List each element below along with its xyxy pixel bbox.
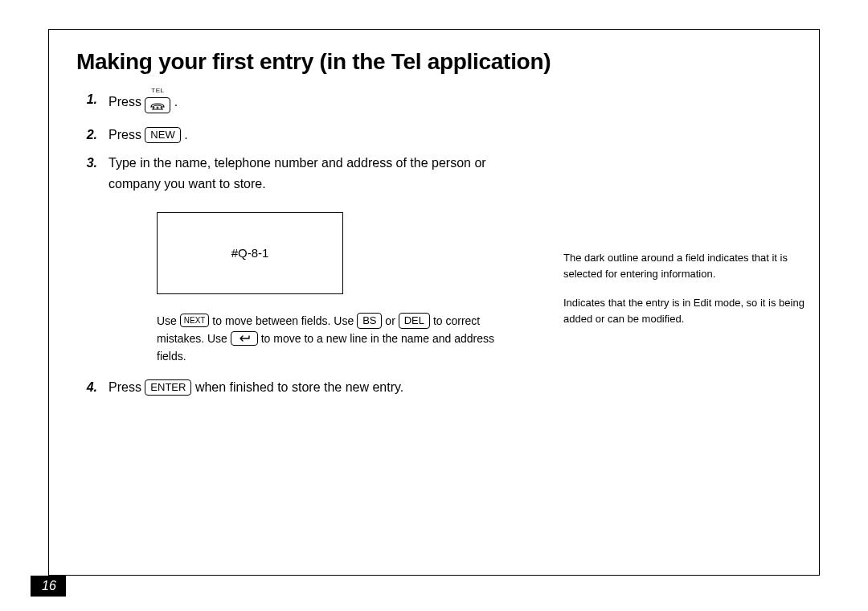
step-body: Press TEL . [108, 89, 178, 117]
page-number: 16 [31, 576, 66, 597]
step-number: 3. [76, 153, 97, 194]
step-list-cont: 4. Press ENTER when finished to store th… [76, 377, 792, 398]
del-key: DEL [399, 313, 430, 329]
step-3: 3. Type in the name, telephone number an… [76, 153, 792, 194]
step-text: Press [108, 95, 141, 109]
enter-key: ENTER [145, 379, 191, 396]
tel-key: TEL [145, 86, 170, 113]
bs-key: BS [357, 313, 382, 329]
step-1: 1. Press TEL . [76, 89, 792, 117]
step-body: Press NEW . [108, 125, 188, 146]
next-key: NEXT [180, 314, 210, 327]
step-body: Type in the name, telephone number and a… [108, 153, 526, 194]
phone-icon [145, 97, 170, 113]
side-note-selection: The dark outline around a field indicate… [563, 250, 819, 282]
step-text: Press [108, 128, 141, 141]
svg-point-0 [157, 107, 158, 109]
screen-placeholder: #Q-8-1 [157, 212, 343, 294]
step-text: . [174, 95, 178, 109]
return-key-icon [231, 331, 258, 346]
step-text: . [184, 128, 187, 141]
page-title: Making your first entry (in the Tel appl… [76, 49, 792, 75]
step-number: 2. [76, 125, 97, 146]
step-text: when finished to store the new entry. [195, 380, 403, 394]
new-key: NEW [145, 127, 180, 143]
page-frame: Making your first entry (in the Tel appl… [48, 29, 820, 576]
step-list: 1. Press TEL . 2. [76, 89, 792, 195]
step-number: 4. [76, 377, 97, 398]
step-text: Press [108, 380, 141, 394]
side-note-editmode: Indicates that the entry is in Edit mode… [563, 295, 819, 327]
step-2: 2. Press NEW . [76, 125, 792, 146]
step-body: Press ENTER when finished to store the n… [108, 377, 403, 398]
placeholder-label: #Q-8-1 [231, 246, 269, 260]
tel-key-label: TEL [151, 86, 164, 96]
field-navigation-note: Use NEXT to move between fields. Use BS … [157, 312, 494, 366]
step-4: 4. Press ENTER when finished to store th… [76, 377, 792, 398]
step-number: 1. [76, 89, 97, 117]
